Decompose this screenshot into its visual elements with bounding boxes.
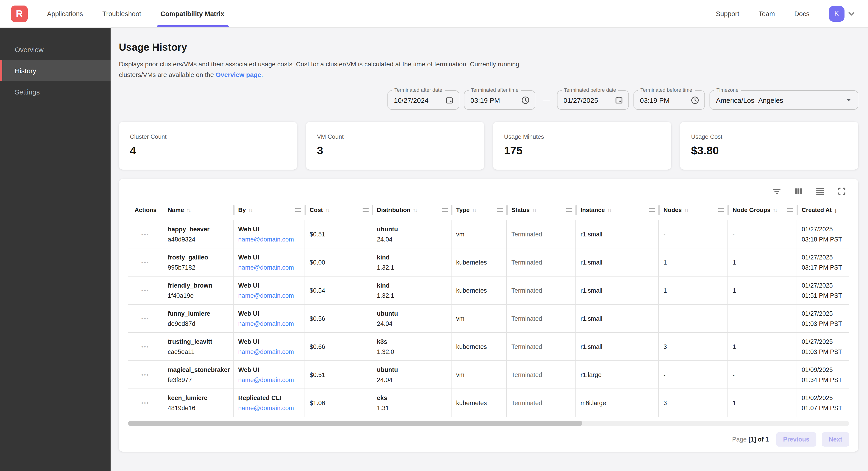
terminated-before-time-input[interactable]: Terminated before time 03:19 PM	[633, 90, 705, 110]
more-actions-icon[interactable]: •••	[141, 316, 149, 321]
column-menu-icon[interactable]	[649, 208, 655, 212]
column-header-node-groups[interactable]: Node Groups ↑↓	[728, 200, 797, 220]
field-value[interactable]: 10/27/2024	[394, 96, 429, 104]
column-header-type[interactable]: Type ↑↓	[452, 200, 507, 220]
sort-icon[interactable]: ↑↓	[186, 207, 190, 213]
nav-tab-label: Compatibility Matrix	[161, 10, 224, 17]
stat-card-cluster-count: Cluster Count 4	[119, 122, 297, 170]
terminated-after-date-input[interactable]: Terminated after date 10/27/2024	[388, 90, 459, 110]
chevron-down-icon[interactable]	[847, 9, 856, 18]
created-by-email-link[interactable]: name@domain.com	[238, 264, 300, 271]
row-actions-cell: •••	[128, 361, 163, 389]
column-header-nodes[interactable]: Nodes ↑↓	[659, 200, 728, 220]
column-header-distribution[interactable]: Distribution ↑↓	[372, 200, 452, 220]
column-menu-icon[interactable]	[363, 208, 369, 212]
field-label: Terminated after time	[469, 87, 521, 93]
distribution-cell: kind 1.32.1	[372, 248, 452, 276]
column-label: Node Groups	[733, 206, 771, 213]
field-value[interactable]: 03:19 PM	[470, 96, 500, 104]
more-actions-icon[interactable]: •••	[141, 260, 149, 265]
nodes-value: 3	[663, 343, 723, 350]
column-menu-icon[interactable]	[566, 208, 572, 212]
previous-page-button[interactable]: Previous	[776, 432, 816, 446]
scrollbar-thumb[interactable]	[128, 421, 582, 426]
column-menu-icon[interactable]	[497, 208, 503, 212]
replicated-logo[interactable]: R	[11, 5, 28, 22]
cost-cell: $0.51	[305, 220, 372, 248]
more-actions-icon[interactable]: •••	[141, 372, 149, 378]
terminated-before-date-input[interactable]: Terminated before date 01/27/2025	[557, 90, 629, 110]
type-value: vm	[456, 315, 502, 322]
column-header-cost[interactable]: Cost ↑↓	[305, 200, 372, 220]
sort-icon[interactable]: ↑↓	[325, 207, 329, 213]
column-header-by[interactable]: By ↑↓	[234, 200, 305, 220]
nav-tab-troubleshoot[interactable]: Troubleshoot	[102, 0, 141, 27]
field-value[interactable]: America/Los_Angeles	[716, 96, 783, 104]
status-badge: Terminated	[512, 371, 571, 378]
field-value[interactable]: 01/27/2025	[563, 96, 598, 104]
more-actions-icon[interactable]: •••	[141, 400, 149, 406]
column-label: Cost	[310, 206, 323, 213]
nav-tab-applications[interactable]: Applications	[47, 0, 83, 27]
created-by-email-link[interactable]: name@domain.com	[238, 292, 300, 299]
timezone-select[interactable]: Timezone America/Los_Angeles	[710, 90, 858, 110]
column-header-created-at[interactable]: Created At ↓	[797, 200, 849, 220]
horizontal-scrollbar[interactable]	[128, 421, 849, 426]
sort-icon[interactable]: ↑↓	[472, 207, 476, 213]
clock-icon[interactable]	[691, 96, 700, 105]
created-date: 01/09/2025	[802, 366, 844, 373]
account-menu[interactable]: K	[829, 6, 856, 22]
sort-icon[interactable]: ↑↓	[607, 207, 611, 213]
sidebar-item-settings[interactable]: Settings	[0, 81, 111, 102]
status-cell: Terminated	[507, 248, 576, 276]
fullscreen-icon[interactable]	[837, 187, 846, 196]
nav-link-docs[interactable]: Docs	[794, 10, 809, 17]
column-menu-icon[interactable]	[442, 208, 448, 212]
calendar-icon[interactable]	[615, 96, 623, 105]
terminated-after-time-input[interactable]: Terminated after time 03:19 PM	[464, 90, 535, 110]
instance-cell: r1.small	[576, 333, 659, 361]
created-by-email-link[interactable]: name@domain.com	[238, 404, 300, 411]
sort-icon[interactable]: ↑↓	[248, 207, 252, 213]
nav-tab-compatibility-matrix[interactable]: Compatibility Matrix	[161, 0, 224, 27]
more-actions-icon[interactable]: •••	[141, 288, 149, 293]
created-by-method: Web UI	[238, 254, 300, 261]
sidebar-item-overview[interactable]: Overview	[0, 39, 111, 60]
created-by-email-link[interactable]: name@domain.com	[238, 376, 300, 383]
sort-desc-icon[interactable]: ↓	[834, 206, 837, 214]
caret-down-icon[interactable]	[844, 96, 853, 104]
created-by-email-link[interactable]: name@domain.com	[238, 348, 300, 355]
name-cell: friendly_brown 1f40a19e	[163, 276, 234, 305]
sort-icon[interactable]: ↑↓	[773, 207, 777, 213]
next-page-button[interactable]: Next	[822, 432, 849, 446]
column-label: By	[238, 206, 246, 213]
nav-link-team[interactable]: Team	[758, 10, 775, 17]
column-header-status[interactable]: Status ↑↓	[507, 200, 576, 220]
cluster-name: magical_stonebraker	[168, 366, 228, 373]
more-actions-icon[interactable]: •••	[141, 344, 149, 349]
created-by-email-link[interactable]: name@domain.com	[238, 236, 300, 243]
sort-icon[interactable]: ↑↓	[532, 207, 536, 213]
overview-page-link[interactable]: Overview page	[216, 71, 261, 78]
column-header-instance[interactable]: Instance ↑↓	[576, 200, 659, 220]
column-header-name[interactable]: Name ↑↓	[163, 200, 234, 220]
calendar-icon[interactable]	[445, 96, 454, 105]
density-icon[interactable]	[815, 187, 825, 196]
clock-icon[interactable]	[521, 96, 530, 105]
columns-icon[interactable]	[794, 187, 803, 196]
type-cell: vm	[452, 305, 507, 333]
sort-icon[interactable]: ↑↓	[684, 207, 688, 213]
column-menu-icon[interactable]	[718, 208, 724, 212]
sort-icon[interactable]: ↑↓	[413, 207, 417, 213]
column-menu-icon[interactable]	[295, 208, 301, 212]
created-by-email-link[interactable]: name@domain.com	[238, 320, 300, 327]
nav-link-support[interactable]: Support	[716, 10, 739, 17]
field-value[interactable]: 03:19 PM	[640, 96, 670, 104]
avatar[interactable]: K	[829, 6, 844, 22]
filter-icon[interactable]	[772, 187, 781, 196]
more-actions-icon[interactable]: •••	[141, 231, 149, 237]
column-menu-icon[interactable]	[787, 208, 793, 212]
type-value: vm	[456, 231, 502, 238]
sidebar-item-history[interactable]: History	[0, 60, 111, 81]
stat-label: VM Count	[317, 133, 473, 140]
